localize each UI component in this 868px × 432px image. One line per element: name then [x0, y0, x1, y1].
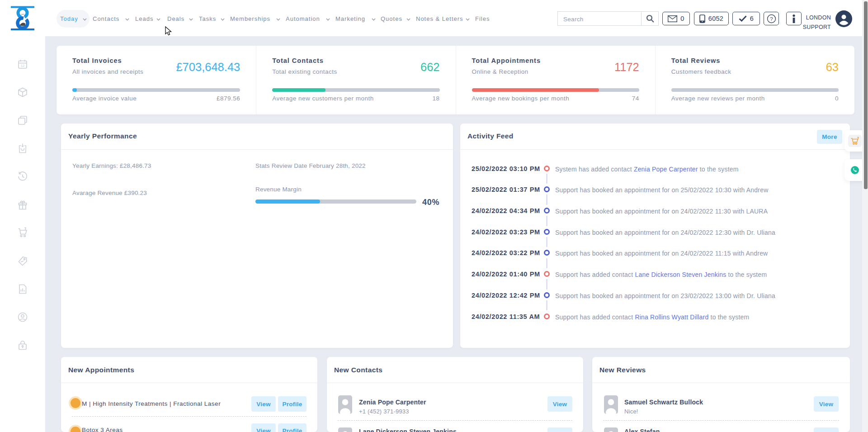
svg-text:12: 12 [21, 64, 24, 68]
svg-text:?: ? [770, 16, 773, 21]
